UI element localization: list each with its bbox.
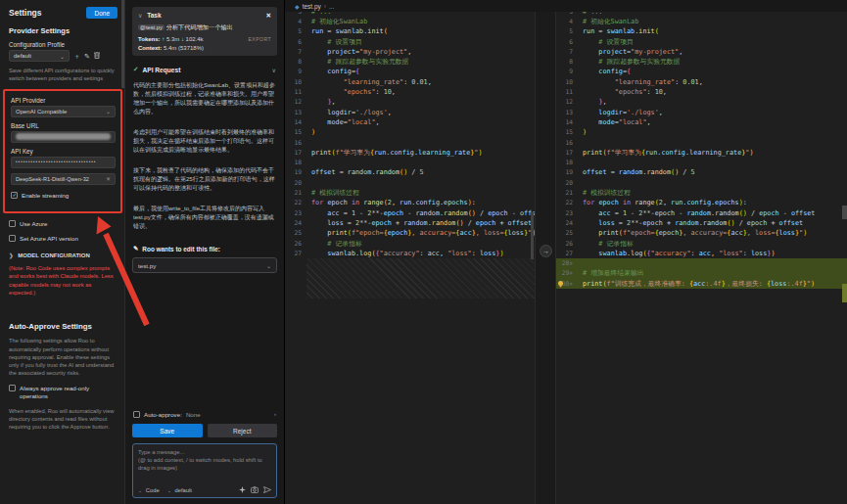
- tokens-label: Tokens:: [138, 36, 161, 42]
- always-approve-description: When enabled, Roo will automatically vie…: [9, 407, 118, 432]
- api-profile-select[interactable]: ⌄ default: [167, 487, 192, 493]
- input-placeholder: Type a message...: [138, 448, 271, 456]
- configuration-profile-row: default ⌄ ＋ ✎: [9, 50, 118, 62]
- assistant-paragraph: 代码的主要部分包括初始化SwanLab、设置项目和超参数，然后模拟训练过程，记录…: [133, 81, 276, 116]
- code-line: 22for epoch in range(2, run.config.epoch…: [556, 198, 847, 207]
- settings-scrollbar[interactable]: [121, 0, 124, 88]
- auto-approve-row[interactable]: Auto-approve: None ›: [133, 411, 276, 419]
- enhance-prompt-icon[interactable]: [239, 486, 246, 493]
- enable-streaming-checkbox[interactable]: [11, 192, 18, 199]
- chevron-right-icon: ❯: [9, 252, 14, 258]
- revert-diff-arrow-button[interactable]: →: [540, 245, 552, 257]
- delete-profile-icon[interactable]: [94, 52, 100, 60]
- save-button[interactable]: Save: [132, 424, 203, 437]
- auto-approve-checkbox[interactable]: [133, 411, 140, 418]
- code-line: 26 # 记录指标: [556, 239, 847, 249]
- auto-approve-description: The following settings allow Roo to auto…: [9, 337, 118, 377]
- right-pane-scrollbar[interactable]: [842, 206, 847, 219]
- left-pane-scrollbar[interactable]: [531, 212, 534, 259]
- diff-left-pane[interactable]: 3# ...4# 初始化SwanLab5run = swanlab.init(6…: [285, 12, 535, 504]
- provider-settings-heading: Provider Settings: [9, 26, 118, 35]
- chevron-down-icon: ⌄: [167, 487, 171, 493]
- api-provider-label: API Provider: [11, 97, 116, 104]
- done-button[interactable]: Done: [86, 7, 118, 19]
- code-line: 8 # 跟踪超参数与实验元数据: [285, 57, 535, 67]
- auto-approve-label: Auto-approve:: [144, 411, 182, 418]
- chevron-down-icon: ⌄: [138, 487, 142, 493]
- edited-file-name: test.py: [138, 262, 156, 269]
- always-approve-row[interactable]: Always approve read-only operations: [9, 385, 118, 400]
- configuration-profile-label: Configuration Profile: [9, 41, 118, 48]
- model-select[interactable]: DeepSeek-R1-Distill-Qwen-32 ✕: [11, 173, 116, 185]
- settings-title: Settings: [9, 8, 42, 18]
- send-icon[interactable]: [263, 486, 271, 493]
- code-line: 25 print(f"epoch={epoch}, accuracy={acc}…: [556, 228, 847, 238]
- code-line: 19offset = random.random() / 5: [556, 167, 847, 177]
- export-button[interactable]: EXPORT: [249, 36, 271, 42]
- code-line: 19offset = random.random() / 5: [285, 167, 535, 177]
- chevron-down-icon: ⌄: [106, 108, 111, 115]
- chevron-down-icon[interactable]: ∨: [138, 13, 142, 19]
- code-line: 26 # 记录指标: [285, 239, 535, 249]
- enable-streaming-row[interactable]: Enable streaming: [11, 192, 116, 200]
- set-azure-version-row[interactable]: Set Azure API version: [9, 235, 118, 243]
- always-approve-label: Always approve read-only operations: [20, 385, 118, 400]
- code-line: 17print(f"学习率为{run.config.learning_rate}…: [285, 148, 535, 158]
- api-provider-select[interactable]: OpenAI Compatible ⌄: [11, 106, 116, 117]
- roo-code-vscode-window: Settings Done Provider Settings Configur…: [0, 0, 847, 504]
- code-line: 15): [285, 127, 535, 137]
- redacted-value: [16, 133, 111, 140]
- chevron-right-icon[interactable]: ›: [274, 411, 276, 417]
- message-input[interactable]: Type a message... (@ to add context, / t…: [132, 443, 277, 498]
- configuration-profile-select[interactable]: default ⌄: [9, 50, 70, 62]
- add-profile-icon[interactable]: ＋: [73, 53, 80, 60]
- model-note-text: (Note: Roo Code uses complex prompts and…: [9, 264, 118, 298]
- set-azure-version-checkbox[interactable]: [9, 235, 16, 242]
- diff-right-pane[interactable]: 3# ...4# 初始化SwanLab5run = swanlab.init(6…: [556, 12, 847, 504]
- use-azure-label: Use Azure: [20, 220, 48, 228]
- close-task-icon[interactable]: ✕: [266, 12, 271, 20]
- model-configuration-toggle[interactable]: ❯ MODEL CONFIGURATION: [9, 252, 118, 258]
- chevron-right-icon: ›: [324, 3, 326, 10]
- code-line: 22for epoch in range(2, run.config.epoch…: [285, 198, 535, 207]
- task-prompt-text: 分析下代码增加一个输出: [166, 23, 233, 30]
- code-line: 13 logdir='./logs',: [285, 108, 535, 117]
- chevron-down-icon: ⌄: [60, 53, 65, 60]
- code-line: 20: [556, 178, 847, 188]
- code-line: 27 swanlab.log({"accuracy": acc, "loss":…: [556, 249, 847, 258]
- set-azure-version-label: Set Azure API version: [20, 235, 78, 243]
- always-approve-checkbox[interactable]: [9, 385, 16, 391]
- code-line: 27 swanlab.log({"accuracy": acc, "loss":…: [285, 249, 535, 258]
- breadcrumb[interactable]: ◆ test.py › ...: [285, 0, 847, 12]
- use-azure-row[interactable]: Use Azure: [9, 220, 118, 228]
- chevron-down-icon[interactable]: ∨: [272, 67, 276, 73]
- edited-file-box[interactable]: test.py ⌄: [132, 257, 277, 273]
- enable-streaming-label: Enable streaming: [22, 192, 69, 200]
- auto-approve-value: None: [186, 411, 201, 418]
- code-line: 21# 模拟训练过程: [556, 188, 847, 198]
- close-icon[interactable]: ✕: [106, 176, 111, 182]
- code-line: 20: [285, 178, 535, 188]
- code-line: 9 config={: [285, 67, 535, 76]
- file-mention-badge[interactable]: @test.py: [138, 24, 165, 30]
- model-configuration-label: MODEL CONFIGURATION: [18, 252, 89, 258]
- api-request-label: API Request: [143, 67, 181, 73]
- code-line: 15): [556, 127, 847, 137]
- task-panel: ∨ Task ✕ @test.py 分析下代码增加一个输出 Tokens: ↑ …: [125, 0, 285, 504]
- api-request-row[interactable]: ✓ API Request ∨: [133, 66, 276, 73]
- diff-gutter: →: [535, 12, 556, 504]
- api-key-input[interactable]: ••••••••••••••••••••••••••••••••: [11, 157, 116, 168]
- code-line: 24 loss = 2**-epoch + random.random() / …: [556, 218, 847, 228]
- code-line: 21# 模拟训练过程: [285, 188, 535, 198]
- edit-file-label: Roo wants to edit this file:: [142, 246, 220, 252]
- edit-profile-icon[interactable]: ✎: [84, 53, 90, 60]
- base-url-input[interactable]: [11, 131, 116, 143]
- chevron-down-icon: ⌄: [266, 262, 271, 269]
- reject-button[interactable]: Reject: [208, 424, 278, 437]
- code-line: 18: [285, 158, 535, 167]
- mode-select[interactable]: ⌄ Code: [138, 487, 160, 493]
- screenshot-icon[interactable]: [251, 486, 259, 493]
- code-line: 7 project="my-project",: [285, 47, 535, 57]
- use-azure-checkbox[interactable]: [9, 220, 16, 227]
- code-line: 25 print(f"epoch={epoch}, accuracy={acc}…: [285, 228, 535, 238]
